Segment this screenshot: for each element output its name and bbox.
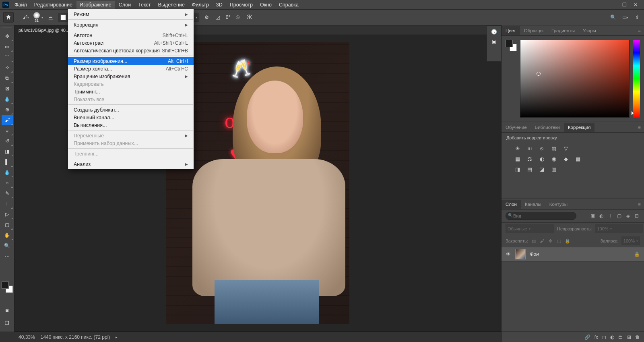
hue-icon[interactable]: ▦ [514,155,522,162]
panel-menu-icon[interactable]: ≡ [635,202,644,207]
menu-analysis[interactable]: Анализ▶ [68,160,194,168]
invert-icon[interactable]: ◨ [514,166,522,173]
menu-duplicate[interactable]: Создать дубликат... [68,106,194,114]
tab-gradients[interactable]: Градиенты [547,26,579,35]
adjustment-layer-icon[interactable]: ◐ [610,334,614,340]
tablet-pressure-icon[interactable]: ⦾ [234,14,242,21]
lock-all-icon[interactable]: 🔒 [565,238,570,244]
healing-tool[interactable]: ⊕ [2,104,13,115]
layer-item[interactable]: 👁 Фон 🔒 [502,247,644,261]
screenmode-icon[interactable]: ❐ [2,318,13,328]
path-select-tool[interactable]: ▷ [2,209,13,220]
history-panel-icon[interactable]: 🕔 [491,29,497,35]
panel-menu-icon[interactable]: ≡ [635,125,644,130]
gradientmap-icon[interactable]: ▥ [550,166,558,173]
tab-channels[interactable]: Каналы [521,200,545,209]
eraser-tool[interactable]: ◨ [2,146,13,157]
tab-color[interactable]: Цвет [502,26,520,35]
crop-tool[interactable]: ⧉ [2,73,13,83]
exposure-icon[interactable]: ▨ [550,145,558,152]
menu-calculations[interactable]: Вычисления... [68,121,194,129]
fg-color-swatch[interactable] [506,40,513,47]
gradient-tool[interactable]: ▌ [2,157,13,167]
menu-auto-contrast[interactable]: АвтоконтрастAlt+Shift+Ctrl+L [68,39,194,47]
menu-help[interactable]: Справка [276,1,302,9]
foreground-color[interactable] [2,282,9,289]
zoom-level[interactable]: 40,33% [19,334,35,340]
filter-image-icon[interactable]: ▣ [589,213,596,219]
lock-artboard-icon[interactable]: ▢ [556,238,562,244]
stamp-tool[interactable]: ⏚ [2,125,13,136]
share-icon[interactable]: ⇪ [634,14,641,21]
bw-icon[interactable]: ◐ [538,155,546,162]
menu-view[interactable]: Просмотр [227,1,256,9]
tool-preset-icon[interactable]: 🖌▾ [22,14,29,21]
zoom-tool[interactable]: 🔍 [2,240,13,251]
menu-layers[interactable]: Слои [116,1,134,9]
filter-shape-icon[interactable]: ▢ [616,213,622,219]
posterize-icon[interactable]: ▤ [526,166,534,173]
channelmixer-icon[interactable]: ◆ [562,155,570,162]
menu-window[interactable]: Окно [257,1,275,9]
close-icon[interactable]: ✕ [632,2,639,8]
menu-apply-image[interactable]: Внешний канал... [68,114,194,121]
brush-tool[interactable]: 🖌 [2,115,13,125]
dodge-tool[interactable]: ○ [2,178,13,188]
magic-wand-tool[interactable]: ✧ [2,62,13,73]
new-layer-icon[interactable]: ⊞ [627,334,631,340]
move-tool[interactable]: ✥ [2,31,13,41]
menu-adjustments[interactable]: Коррекция▶ [68,21,194,29]
document-info[interactable]: 1440 пикс. x 2160 пикс. (72 ppi) [41,334,110,340]
colorbalance-icon[interactable]: ⚖ [526,155,534,162]
symmetry-icon[interactable]: Ӝ [246,14,253,21]
frame-tool[interactable]: ⊠ [2,83,13,94]
menu-mode[interactable]: Режим▶ [68,10,194,18]
brush-settings-icon[interactable] [47,14,54,21]
color-picker-field[interactable] [520,40,630,118]
curves-icon[interactable]: ⎋ [538,145,546,152]
lock-image-icon[interactable]: 🖌 [539,238,545,243]
tab-paths[interactable]: Контуры [545,200,572,209]
tab-patterns[interactable]: Узоры [579,26,600,35]
pen-tool[interactable]: ✎ [2,188,13,199]
brightness-icon[interactable]: ☀ [514,145,522,152]
menu-image-size[interactable]: Размер изображения...Alt+Ctrl+I [68,57,194,65]
filter-toggle[interactable]: ⊟ [634,213,640,219]
brush-preset[interactable]: 31 ▾ [33,12,43,23]
gear-icon[interactable]: ⚙ [203,14,211,21]
lock-icon[interactable]: 🔒 [634,251,640,257]
quickmask-icon[interactable]: ◙ [2,305,13,315]
lasso-tool[interactable]: ⌒ [2,52,13,62]
edit-toolbar[interactable]: ⋯ [2,251,13,261]
home-button[interactable] [3,12,14,23]
layer-filter-input[interactable] [506,212,576,220]
group-icon[interactable]: 🗀 [618,334,623,340]
tab-swatches[interactable]: Образцы [520,26,547,35]
menu-select[interactable]: Выделение [155,1,188,9]
layer-name[interactable]: Фон [530,251,539,257]
filter-adjust-icon[interactable]: ◐ [598,213,605,219]
layer-thumbnail[interactable] [515,249,526,259]
menu-auto-color[interactable]: Автоматическая цветовая коррекцияShift+C… [68,47,194,54]
menu-auto-tone[interactable]: АвтотонShift+Ctrl+L [68,31,194,39]
levels-icon[interactable]: ш [526,145,534,152]
hue-slider[interactable] [633,40,640,118]
threshold-icon[interactable]: ◪ [538,166,546,173]
marquee-tool[interactable]: ▭ [2,41,13,52]
delete-layer-icon[interactable]: 🗑 [635,334,640,340]
lock-transparent-icon[interactable]: ▨ [531,238,537,244]
eyedropper-tool[interactable]: 💧 [2,94,13,104]
history-brush-tool[interactable]: ↺ [2,136,13,146]
hand-tool[interactable]: ✋ [2,230,13,240]
visibility-icon[interactable]: 👁 [506,251,511,257]
colorlookup-icon[interactable]: ▩ [574,155,582,162]
properties-panel-icon[interactable]: ▣ [492,39,496,44]
tab-libraries[interactable]: Библиотеки [531,123,564,132]
fill-value[interactable]: 100%▾ [621,236,640,245]
angle-icon[interactable]: ◿ [215,14,222,21]
drag-handle[interactable] [2,27,12,30]
menu-3d[interactable]: 3D [213,1,226,9]
menu-file[interactable]: Файл [11,1,30,9]
tab-adjustments[interactable]: Коррекция [564,123,595,132]
status-arrow-icon[interactable]: ▸ [116,335,118,339]
